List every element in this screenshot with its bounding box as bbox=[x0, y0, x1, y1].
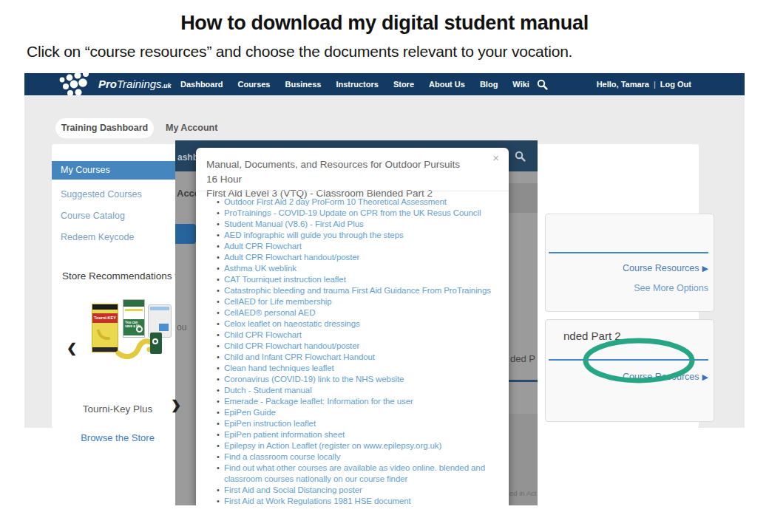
progress-line bbox=[549, 359, 708, 361]
tab-my-account[interactable]: My Account bbox=[166, 123, 217, 133]
greeting-text: Hello, Tamara bbox=[597, 80, 649, 89]
carousel-prev-arrow[interactable]: ❮ bbox=[67, 341, 77, 356]
tab-training-dashboard[interactable]: Training Dashboard bbox=[55, 118, 154, 138]
greeting-separator: | bbox=[654, 80, 656, 89]
nav-about-us[interactable]: About Us bbox=[429, 80, 465, 89]
modal-screenshot: ashb Acco ou ded P ed in Act Manual, Doc… bbox=[175, 140, 538, 505]
product-name: Tourni-Key Plus bbox=[62, 403, 173, 415]
sidebar-item-course-catalog[interactable]: Course Catalog bbox=[61, 211, 125, 221]
package-blue-strip bbox=[150, 307, 169, 310]
progress-line bbox=[549, 252, 708, 253]
brand-wordmark[interactable]: ProTrainings.uk bbox=[98, 78, 172, 90]
slide: How to download my digital student manua… bbox=[0, 0, 769, 532]
resource-list: Outdoor First Aid 2 day ProForm 10 Theor… bbox=[196, 197, 506, 505]
page-title: How to download my digital student manua… bbox=[0, 12, 769, 35]
resource-link[interactable]: CellAED® personal AED bbox=[224, 307, 506, 318]
nav-business[interactable]: Business bbox=[285, 80, 322, 89]
user-menu: Hello, Tamara | Log Out bbox=[597, 73, 691, 95]
resource-link[interactable]: Find out what other courses are availabl… bbox=[224, 463, 506, 485]
product-image[interactable]: Tourni-KEY You can save a life bbox=[87, 296, 174, 378]
resource-link[interactable]: Child CPR Flowchart bbox=[224, 330, 506, 341]
nav-instructors[interactable]: Instructors bbox=[336, 80, 378, 89]
dimmed-search-icon bbox=[515, 151, 526, 162]
resource-link[interactable]: Emerade - Package leaflet: Information f… bbox=[224, 396, 506, 407]
arrow-right-icon: ▶ bbox=[702, 372, 708, 381]
resource-link[interactable]: Clean hand techniques leaflet bbox=[224, 363, 506, 374]
protrainings-logo-icon bbox=[58, 73, 98, 95]
resource-link[interactable]: Catastrophic bleeding and trauma First A… bbox=[224, 285, 506, 296]
nav-wiki[interactable]: Wiki bbox=[512, 80, 529, 89]
nav-dashboard[interactable]: Dashboard bbox=[180, 80, 223, 89]
course-title-fragment: nded Part 2 bbox=[563, 330, 621, 342]
nav-blog[interactable]: Blog bbox=[480, 80, 498, 89]
tourni-key-label: Tourni-KEY bbox=[92, 313, 118, 323]
brand-trainings: Trainings bbox=[117, 78, 162, 90]
green-badge bbox=[150, 332, 162, 354]
pouch-bottom-strip bbox=[92, 347, 118, 352]
resource-link[interactable]: Child CPR Flowchart handout/poster bbox=[224, 341, 506, 352]
resource-link[interactable]: AED infographic will guide you through t… bbox=[224, 230, 506, 241]
course-resources-label: Course Resources bbox=[623, 263, 699, 273]
browse-store-link[interactable]: Browse the Store bbox=[62, 432, 173, 443]
resource-link[interactable]: ProTrainings - COVID-19 Update on CPR fr… bbox=[224, 208, 506, 219]
pouch-top-strip bbox=[92, 304, 118, 310]
card-circle-badge bbox=[136, 326, 143, 332]
resource-link[interactable]: First Aid and Social Distancing poster bbox=[224, 485, 506, 496]
course-resources-label: Course Resources bbox=[623, 372, 699, 382]
see-more-options-link[interactable]: See More Options bbox=[634, 283, 708, 293]
resource-link[interactable]: Epilepsy in Action Leaflet (register on … bbox=[224, 440, 506, 451]
logout-link[interactable]: Log Out bbox=[660, 80, 691, 89]
dimmed-text-fragment: ed in Act bbox=[509, 489, 536, 497]
resource-link[interactable]: CellAED for Life membership bbox=[224, 296, 506, 307]
dimmed-progress-line bbox=[509, 380, 538, 382]
dimmed-card-block bbox=[509, 183, 538, 213]
badge-ring-icon bbox=[152, 338, 158, 344]
resource-link[interactable]: EpiPen patient information sheet bbox=[224, 429, 506, 440]
course-resources-link-1[interactable]: Course Resources▶ bbox=[623, 263, 708, 273]
resource-link[interactable]: Coronavirus (COVID-19) link to the NHS w… bbox=[224, 374, 506, 385]
tourni-key-pouch: Tourni-KEY bbox=[92, 304, 118, 352]
sidebar-item-label: My Courses bbox=[61, 165, 110, 175]
course-resources-link-2[interactable]: Course Resources▶ bbox=[623, 372, 708, 382]
sidebar-item-redeem-keycode[interactable]: Redeem Keycode bbox=[61, 232, 134, 242]
resource-link[interactable]: Celox leaflet on haeostatic dressings bbox=[224, 318, 506, 330]
resource-link[interactable]: First Aid at Work Regulations 1981 HSE d… bbox=[224, 496, 506, 505]
dimmed-you-fragment: ou bbox=[177, 322, 186, 332]
carousel-next-arrow[interactable]: ❯ bbox=[171, 398, 181, 413]
package-blue-label bbox=[159, 324, 169, 331]
modal-title: Manual, Documents, and Resources for Out… bbox=[206, 157, 472, 201]
instruction-text: Click on “course resources” and choose t… bbox=[27, 43, 572, 61]
pouch-hook-graphic bbox=[97, 327, 111, 342]
arrow-right-icon: ▶ bbox=[702, 264, 708, 273]
card-yellow-line bbox=[125, 309, 143, 311]
nav-menu: Dashboard Courses Business Instructors S… bbox=[180, 73, 529, 95]
resource-link[interactable]: Dutch - Student manual bbox=[224, 385, 506, 396]
modal-divider bbox=[196, 191, 509, 191]
close-icon[interactable]: × bbox=[492, 151, 499, 164]
resource-link[interactable]: Student Manual (V8.6) - First Aid Plus bbox=[224, 219, 506, 230]
brand-uk: .uk bbox=[162, 82, 172, 89]
modal-title-line1: Manual, Documents, and Resources for Out… bbox=[206, 157, 472, 186]
resource-link[interactable]: Adult CPR Flowchart bbox=[224, 241, 506, 252]
dimmed-dashboard-fragment: ashb bbox=[177, 152, 198, 163]
resource-link[interactable]: Asthma UK weblink bbox=[224, 263, 506, 274]
resource-link[interactable]: EpiPen instruction leaflet bbox=[224, 418, 506, 429]
nav-store[interactable]: Store bbox=[393, 80, 414, 89]
resource-link[interactable]: Find a classroom course locally bbox=[224, 451, 506, 463]
resource-link[interactable]: Child and Infant CPR Flowchart Handout bbox=[224, 352, 506, 363]
search-icon[interactable] bbox=[537, 79, 548, 90]
course-card-2: nded Part 2 Course Resources▶ bbox=[545, 319, 714, 422]
nav-courses[interactable]: Courses bbox=[237, 80, 270, 89]
store-recommendations-heading: Store Recommendations for bbox=[62, 270, 186, 282]
resource-link[interactable]: CAT Tourniquet instruction leaflet bbox=[224, 274, 506, 285]
dimmed-blended-fragment: ded P bbox=[510, 353, 535, 364]
sidebar-item-suggested-courses[interactable]: Suggested Courses bbox=[61, 189, 142, 200]
resource-link[interactable]: Outdoor First Aid 2 day ProForm 10 Theor… bbox=[224, 197, 506, 208]
resource-link[interactable]: EpiPen Guide bbox=[224, 407, 506, 418]
resource-link[interactable]: Adult CPR Flowchart handout/poster bbox=[224, 252, 506, 263]
dimmed-blue-button bbox=[175, 224, 196, 244]
top-navbar: ProTrainings.uk Dashboard Courses Busine… bbox=[24, 73, 745, 95]
brand-pro: Pro bbox=[98, 78, 117, 90]
course-card-1: Course Resources▶ See More Options bbox=[545, 214, 714, 312]
resources-modal: Manual, Documents, and Resources for Out… bbox=[196, 148, 509, 505]
